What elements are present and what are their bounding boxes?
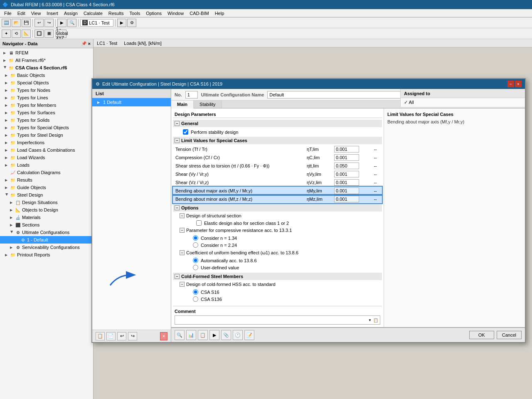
bottom-chart-icon[interactable]: 📊 bbox=[186, 330, 196, 340]
nav-csa[interactable]: ▶ 📁 CSA Class 4 Section.rf6 bbox=[0, 64, 93, 71]
menu-insert[interactable]: Insert bbox=[44, 10, 61, 16]
list-delete-btn[interactable]: × bbox=[160, 332, 167, 340]
comment-text-input[interactable] bbox=[177, 318, 368, 323]
bending-minor-value[interactable] bbox=[332, 195, 371, 203]
bottom-link-icon[interactable]: 📎 bbox=[221, 330, 231, 340]
menu-options[interactable]: Options bbox=[143, 10, 164, 16]
collapse-structural-btn[interactable]: − bbox=[180, 213, 185, 218]
comment-dropdown-icon[interactable]: ▼ bbox=[368, 318, 372, 322]
dialog-minimize[interactable]: − bbox=[507, 81, 514, 87]
radio-csas16[interactable] bbox=[193, 289, 198, 295]
nav-materials[interactable]: ▶ 🔬 Materials bbox=[0, 214, 93, 221]
bottom-clipboard-icon[interactable]: 📋 bbox=[198, 330, 208, 340]
structural-section-header[interactable]: − Design of structural section bbox=[180, 212, 382, 219]
radio-userdefined[interactable] bbox=[193, 265, 198, 270]
nav-special-objects[interactable]: ▶ 📁 Special Objects bbox=[0, 79, 93, 86]
nav-types-surfaces[interactable]: ▶ 📁 Types for Surfaces bbox=[0, 109, 93, 116]
section-general-header[interactable]: − General bbox=[173, 120, 382, 127]
navigator-pin[interactable]: 📌 bbox=[81, 41, 86, 46]
nav-objects-to-design[interactable]: ▶ 📐 Objects to Design bbox=[0, 206, 93, 214]
toolbar2-btn1[interactable]: ✦ bbox=[2, 30, 11, 38]
cancel-button[interactable]: Cancel bbox=[497, 331, 522, 339]
toolbar2-btn3[interactable]: 📐 bbox=[22, 30, 31, 38]
collapse-limit-btn[interactable]: − bbox=[175, 138, 180, 143]
radio-n134[interactable] bbox=[193, 235, 198, 241]
nav-sections[interactable]: ▶ ⬛ Sections bbox=[0, 221, 93, 229]
bottom-play-icon[interactable]: ▶ bbox=[209, 330, 219, 340]
nav-imperfections[interactable]: ▶ 📁 Imperfections bbox=[0, 139, 93, 146]
nav-results[interactable]: ▶ 📁 Results bbox=[0, 176, 93, 184]
list-undo-btn[interactable]: ↩ bbox=[117, 332, 126, 340]
nav-all-frames[interactable]: ▶ 📁 All Frames.rf6* bbox=[0, 57, 93, 64]
toolbar-zoom[interactable]: 🔍 bbox=[67, 19, 76, 27]
collapse-bending-btn[interactable]: − bbox=[180, 250, 185, 255]
bottom-clock-icon[interactable]: 🕐 bbox=[233, 330, 243, 340]
list-add-btn[interactable]: 📋 bbox=[96, 332, 105, 340]
compression-value[interactable] bbox=[332, 153, 371, 162]
collapse-general-btn[interactable]: − bbox=[175, 121, 180, 126]
collapse-coldformed-btn[interactable]: − bbox=[175, 274, 180, 279]
nav-printout-reports[interactable]: ▶ 📁 Printout Reports bbox=[0, 251, 93, 259]
nav-guide-objects[interactable]: ▶ 📁 Guide Objects bbox=[0, 184, 93, 191]
toolbar-open[interactable]: 📂 bbox=[12, 19, 21, 27]
ok-button[interactable]: OK bbox=[469, 331, 494, 339]
menu-help[interactable]: Help bbox=[212, 10, 227, 16]
menu-cadbim[interactable]: CAD-BIM bbox=[187, 10, 211, 16]
toolbar-select[interactable]: ▶ bbox=[57, 19, 66, 27]
list-copy-btn[interactable]: 📄 bbox=[106, 332, 116, 340]
nav-load-wizards[interactable]: ▶ 📁 Load Wizards bbox=[0, 154, 93, 161]
shear-vy-value[interactable] bbox=[332, 170, 371, 178]
menu-calculate[interactable]: Calculate bbox=[81, 10, 105, 16]
toolbar-save[interactable]: 💾 bbox=[22, 19, 31, 27]
menu-view[interactable]: View bbox=[29, 10, 44, 16]
nav-rfem[interactable]: ▶ 🖥 RFEM bbox=[0, 49, 93, 57]
tab-main[interactable]: Main bbox=[171, 101, 194, 108]
nav-load-cases[interactable]: ▶ 📁 Load Cases & Combinations bbox=[0, 146, 93, 154]
toolbar2-coord[interactable]: 1 - Global XYZ bbox=[57, 30, 66, 38]
navigator-close[interactable]: × bbox=[88, 41, 91, 46]
section-options-header[interactable]: − Options bbox=[173, 204, 382, 212]
nav-types-special[interactable]: ▶ 📁 Types for Special Objects bbox=[0, 124, 93, 131]
section-coldformed-header[interactable]: − Cold-Formed Steel Members bbox=[173, 273, 382, 280]
nav-types-lines[interactable]: ▶ 📁 Types for Lines bbox=[0, 94, 93, 101]
radio-csas136[interactable] bbox=[193, 296, 198, 302]
menu-results[interactable]: Results bbox=[106, 10, 126, 16]
nav-types-members[interactable]: ▶ 📁 Types for Members bbox=[0, 101, 93, 109]
elastic-design-checkbox[interactable] bbox=[196, 220, 202, 226]
section-limit-header[interactable]: − Limit Values for Special Cases bbox=[173, 137, 382, 144]
dialog-close[interactable]: × bbox=[515, 81, 522, 87]
list-item-1[interactable]: ▶ 1 Default bbox=[92, 98, 171, 106]
nav-ultimate-configs[interactable]: ▶ ⚙ Ultimate Configurations bbox=[0, 229, 93, 236]
nav-design-situations[interactable]: ▶ 📋 Design Situations bbox=[0, 199, 93, 206]
radio-auto[interactable] bbox=[193, 258, 198, 263]
toolbar-redo[interactable]: ↪ bbox=[44, 19, 54, 27]
compressive-header[interactable]: − Parameter for compressive resistance a… bbox=[180, 227, 382, 234]
toolbar-undo[interactable]: ↩ bbox=[34, 19, 44, 27]
menu-edit[interactable]: Edit bbox=[15, 10, 28, 16]
toolbar-settings[interactable]: ⚙ bbox=[127, 19, 136, 27]
collapse-hss-btn[interactable]: − bbox=[180, 282, 185, 287]
nav-types-nodes[interactable]: ▶ 📁 Types for Nodes bbox=[0, 86, 93, 94]
table-row-bending-major[interactable]: Bending about major axis (Mf,y / Mr,y) η… bbox=[173, 187, 382, 195]
menu-assign[interactable]: Assign bbox=[62, 10, 80, 16]
nav-basic-objects[interactable]: ▶ 📁 Basic Objects bbox=[0, 71, 93, 79]
bending-major-value[interactable] bbox=[332, 187, 371, 195]
toolbar-new[interactable]: 🆕 bbox=[2, 19, 11, 27]
nav-steel-design[interactable]: ▶ 📁 Steel Design bbox=[0, 191, 93, 199]
list-redo-btn[interactable]: ↪ bbox=[128, 332, 137, 340]
shear-vz-value[interactable] bbox=[332, 178, 371, 187]
shear-torsion-value[interactable] bbox=[332, 162, 371, 170]
bottom-edit-icon[interactable]: 📝 bbox=[244, 330, 254, 340]
hss-design-header[interactable]: − Design of cold-formed HSS acc. to stan… bbox=[180, 281, 382, 288]
comment-copy-icon[interactable]: 📋 bbox=[373, 318, 378, 323]
nav-serviceability[interactable]: ▶ ⚙ Serviceability Configurations bbox=[0, 244, 93, 251]
toolbar2-btn2[interactable]: ⟲ bbox=[12, 30, 21, 38]
menu-tools[interactable]: Tools bbox=[127, 10, 143, 16]
comment-input[interactable]: ▼ 📋 bbox=[175, 315, 380, 325]
tension-value[interactable] bbox=[332, 145, 371, 153]
menu-window[interactable]: Window bbox=[165, 10, 186, 16]
stability-checkbox[interactable] bbox=[183, 129, 188, 135]
nav-types-solids[interactable]: ▶ 📁 Types for Solids bbox=[0, 116, 93, 124]
nav-config-1-default[interactable]: ⚙ 1 - Default bbox=[0, 236, 93, 244]
nav-types-steel[interactable]: ▶ 📁 Types for Steel Design bbox=[0, 131, 93, 139]
